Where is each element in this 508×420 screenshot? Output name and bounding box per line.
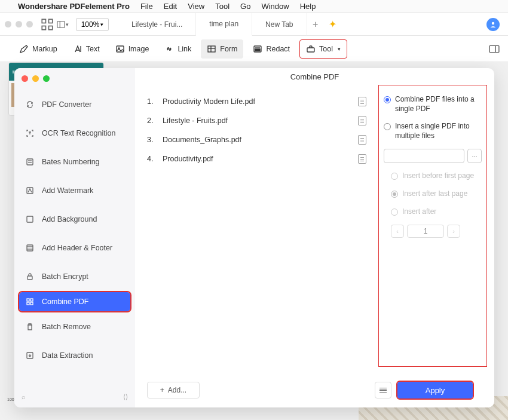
options-panel: Combine PDF files into a single PDF Inse… bbox=[378, 85, 487, 367]
sidebar-item-combine-pdf[interactable]: Combine PDF bbox=[19, 292, 130, 311]
file-list: 1. Productivity Modern Life.pdf 2. Lifes… bbox=[135, 85, 378, 378]
redact-button[interactable]: Redact bbox=[247, 39, 296, 59]
user-avatar[interactable] bbox=[486, 18, 500, 31]
add-tab-button[interactable]: + bbox=[307, 19, 324, 30]
page-icon[interactable] bbox=[358, 97, 366, 106]
sidebar-label: Data Extraction bbox=[42, 351, 93, 360]
option-insert[interactable]: Insert a single PDF into multiple files bbox=[384, 122, 482, 140]
markup-label: Markup bbox=[32, 45, 57, 53]
star-icon[interactable]: ✦ bbox=[329, 19, 336, 30]
text-button[interactable]: Text bbox=[67, 39, 106, 59]
tab-time-plan[interactable]: time plan bbox=[196, 13, 252, 36]
link-icon bbox=[164, 44, 174, 54]
apply-button[interactable]: Apply bbox=[397, 382, 473, 398]
modal-traffic-lights[interactable] bbox=[14, 72, 135, 90]
tab-new[interactable]: New Tab bbox=[252, 13, 307, 36]
menu-window[interactable]: Window bbox=[261, 2, 289, 11]
markup-button[interactable]: Markup bbox=[13, 39, 63, 59]
sidebar-item-batch-remove[interactable]: Batch Remove bbox=[14, 312, 135, 341]
option-label: Insert before first page bbox=[402, 171, 474, 181]
watermark-icon bbox=[25, 186, 35, 195]
minimize-icon[interactable] bbox=[32, 75, 39, 82]
option-insert-after-last: Insert after last page bbox=[391, 189, 482, 199]
file-name: Documents_Graphs.pdf bbox=[163, 136, 358, 144]
menu-view[interactable]: View bbox=[188, 2, 204, 11]
menu-help[interactable]: Help bbox=[300, 2, 316, 11]
list-menu-button[interactable] bbox=[375, 382, 391, 398]
app-name[interactable]: Wondershare PDFelement Pro bbox=[18, 2, 130, 11]
grid-view-icon[interactable] bbox=[41, 19, 53, 30]
sidebar-item-encrypt[interactable]: Batch Encrypt bbox=[14, 262, 135, 291]
zoom-value: 100% bbox=[81, 20, 100, 29]
sidebar-item-pdf-converter[interactable]: PDF Converter bbox=[14, 90, 135, 119]
form-icon bbox=[207, 44, 216, 54]
svg-rect-23 bbox=[27, 216, 33, 222]
header-footer-icon bbox=[25, 243, 35, 253]
main-toolbar: Markup Text Image Link Form Redact Tool▾ bbox=[0, 36, 508, 62]
radio-icon bbox=[391, 173, 398, 180]
file-row[interactable]: 2. Lifestyle - Fruits.pdf bbox=[147, 111, 366, 130]
svg-rect-3 bbox=[49, 26, 53, 29]
maximize-icon[interactable] bbox=[43, 75, 50, 82]
radio-icon[interactable] bbox=[384, 123, 391, 130]
modal-footer: + Add... Apply bbox=[135, 378, 494, 407]
sidebar-item-bates[interactable]: Bates Numbering bbox=[14, 148, 135, 176]
extract-icon bbox=[25, 351, 35, 360]
page-icon[interactable] bbox=[358, 116, 366, 125]
ocr-icon bbox=[25, 128, 35, 138]
page-icon[interactable] bbox=[358, 135, 366, 145]
combine-icon bbox=[25, 297, 35, 306]
svg-rect-31 bbox=[30, 302, 33, 305]
sidebar-item-watermark[interactable]: Add Watermark bbox=[14, 176, 135, 205]
tab-lifestyle[interactable]: Lifestyle - Frui... bbox=[118, 13, 196, 36]
step-down-icon[interactable]: ‹ bbox=[391, 225, 404, 238]
sidebar-item-header-footer[interactable]: Add Header & Footer bbox=[14, 234, 135, 262]
file-path-input[interactable] bbox=[384, 149, 464, 163]
zoom-level[interactable]: 100%▾ bbox=[76, 18, 109, 31]
panel-icon[interactable] bbox=[489, 44, 500, 54]
combine-pdf-modal: PDF Converter OCR Text Recognition Bates… bbox=[14, 68, 494, 407]
app-traffic-lights[interactable] bbox=[5, 21, 33, 27]
view-mode-icons: ▾ bbox=[41, 19, 69, 30]
sidebar-label: OCR Text Recognition bbox=[42, 129, 115, 137]
trash-icon bbox=[25, 322, 35, 332]
file-row[interactable]: 3. Documents_Graphs.pdf bbox=[147, 130, 366, 149]
option-label: Insert a single PDF into multiple files bbox=[395, 122, 482, 140]
radio-icon bbox=[391, 191, 398, 198]
sidebar-label: PDF Converter bbox=[42, 100, 91, 109]
file-row[interactable]: 1. Productivity Modern Life.pdf bbox=[147, 92, 366, 111]
page-number[interactable]: 1 bbox=[407, 225, 444, 238]
radio-icon bbox=[391, 209, 398, 216]
menu-file[interactable]: File bbox=[140, 2, 153, 11]
add-button[interactable]: + Add... bbox=[147, 382, 200, 398]
tool-label: Tool bbox=[319, 45, 333, 53]
sidebar-label: Combine PDF bbox=[42, 298, 89, 306]
menu-tool[interactable]: Tool bbox=[215, 2, 229, 11]
svg-rect-10 bbox=[208, 46, 215, 52]
tool-button[interactable]: Tool▾ bbox=[299, 39, 347, 59]
page-icon[interactable] bbox=[358, 154, 366, 164]
menu-edit[interactable]: Edit bbox=[164, 2, 177, 11]
file-number: 2. bbox=[147, 117, 163, 125]
close-icon[interactable] bbox=[22, 75, 28, 82]
link-button[interactable]: Link bbox=[158, 39, 197, 59]
option-combine[interactable]: Combine PDF files into a single PDF bbox=[384, 95, 482, 114]
modal-title: Combine PDF bbox=[135, 68, 494, 85]
svg-point-6 bbox=[492, 22, 494, 24]
image-icon bbox=[115, 44, 125, 54]
sidebar-item-data-extraction[interactable]: Data Extraction bbox=[14, 341, 135, 370]
sidebar-label: Bates Numbering bbox=[42, 158, 100, 166]
step-up-icon[interactable]: › bbox=[447, 225, 460, 238]
radio-icon[interactable] bbox=[384, 96, 391, 103]
form-button[interactable]: Form bbox=[201, 39, 243, 59]
sidebar-label: Batch Encrypt bbox=[42, 272, 88, 281]
menu-go[interactable]: Go bbox=[240, 2, 250, 11]
image-button[interactable]: Image bbox=[109, 39, 155, 59]
sidebar-item-background[interactable]: Add Background bbox=[14, 205, 135, 234]
sidebar-item-ocr[interactable]: OCR Text Recognition bbox=[14, 119, 135, 148]
file-row[interactable]: 4. Productivity.pdf bbox=[147, 149, 366, 168]
option-insert-after: Insert after bbox=[391, 207, 482, 217]
svg-rect-8 bbox=[117, 46, 124, 52]
browse-button[interactable]: ··· bbox=[467, 149, 482, 163]
sidebar-view-icon[interactable]: ▾ bbox=[57, 19, 69, 30]
